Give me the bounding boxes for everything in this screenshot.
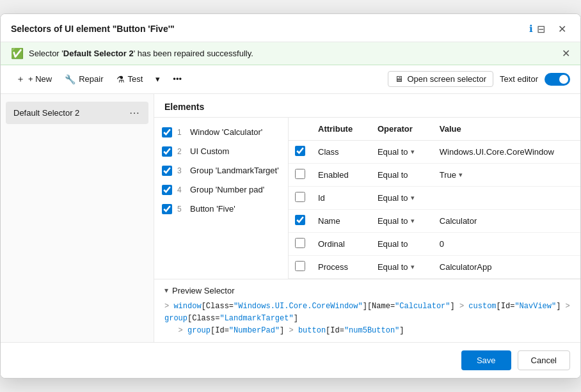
attr-value-class: Windows.UI.Core.CoreWindow [431, 140, 580, 163]
minimize-button[interactable]: ⊟ [533, 22, 549, 36]
selector-item[interactable]: Default Selector 2 ⋯ [6, 102, 148, 124]
list-item[interactable]: 2 UI Custom [154, 142, 288, 161]
test-icon: ⚗ [116, 74, 125, 84]
attr-check-cell [289, 186, 309, 209]
attr-check-cell [289, 163, 309, 186]
banner-message: Selector 'Default Selector 2' has been r… [29, 49, 253, 58]
attr-checkbox-name[interactable] [295, 215, 305, 225]
attr-check-cell [289, 209, 309, 232]
element-checkbox-5[interactable] [162, 204, 172, 214]
title-bar: Selectors of UI element "Button 'Five'" … [1, 14, 580, 42]
operator-chevron-class[interactable]: ▾ [411, 148, 415, 156]
text-editor-label: Text editor [500, 74, 538, 84]
close-button[interactable]: ✕ [554, 22, 570, 36]
attr-col-attribute: Attribute [309, 118, 369, 141]
element-number: 3 [177, 166, 185, 175]
attr-checkbox-process[interactable] [295, 261, 305, 271]
attr-value-id [431, 186, 580, 209]
attr-checkbox-enabled[interactable] [295, 169, 305, 179]
list-item[interactable]: 5 Button 'Five' [154, 200, 288, 219]
dialog: Selectors of UI element "Button 'Five'" … [0, 13, 581, 379]
attr-col-check [289, 118, 309, 141]
attr-operator-enabled: Equal to [369, 163, 431, 186]
attr-check-cell [289, 232, 309, 255]
element-label: Button 'Five' [190, 204, 235, 214]
operator-chevron-process[interactable]: ▾ [411, 263, 415, 271]
element-checkbox-3[interactable] [162, 166, 172, 176]
attr-name-enabled: Enabled [309, 163, 369, 186]
table-row: Id Equal to ▾ [289, 186, 580, 209]
dropdown-button[interactable]: ▾ [150, 71, 165, 87]
elements-header: Elements [154, 94, 580, 118]
element-label: Group 'Number pad' [190, 185, 264, 194]
attr-checkbox-class[interactable] [295, 146, 305, 156]
banner-close-button[interactable]: ✕ [562, 47, 570, 59]
table-row: Name Equal to ▾ Calculator [289, 209, 580, 232]
cancel-button[interactable]: Cancel [518, 350, 570, 370]
operator-chevron-name[interactable]: ▾ [411, 217, 415, 225]
preview-line-2: > group[Id="NumberPad"] > button[Id="num… [164, 325, 570, 337]
more-options-button[interactable]: ••• [168, 71, 187, 87]
table-row: Process Equal to ▾ CalculatorApp [289, 255, 580, 278]
open-screen-label: Open screen selector [407, 74, 486, 84]
attr-operator-id: Equal to ▾ [369, 186, 431, 209]
toolbar-right: 🖥 Open screen selector Text editor [388, 71, 570, 87]
selectors-panel: Default Selector 2 ⋯ [1, 94, 154, 343]
success-banner: ✅ Selector 'Default Selector 2' has been… [1, 42, 580, 65]
new-label: + New [28, 74, 52, 84]
text-editor-toggle[interactable] [545, 73, 570, 86]
plus-icon: ＋ [16, 74, 25, 85]
preview-header[interactable]: ▾ Preview Selector [164, 286, 570, 295]
elements-panel: Elements 1 Window 'Calculator' 2 UI Cust… [154, 94, 580, 343]
list-item[interactable]: 3 Group 'LandmarkTarget' [154, 161, 288, 180]
more-label: ••• [173, 74, 182, 84]
preview-label: Preview Selector [172, 286, 235, 295]
new-button[interactable]: ＋ + New [11, 70, 57, 88]
attributes-panel: Attribute Operator Value Cla [289, 118, 580, 279]
test-button[interactable]: ⚗ Test [111, 71, 148, 88]
attr-checkbox-ordinal[interactable] [295, 238, 305, 248]
attr-check-cell [289, 255, 309, 278]
operator-chevron-id[interactable]: ▾ [411, 194, 415, 202]
title-controls: ⊟ ✕ [533, 22, 570, 36]
element-number: 5 [177, 205, 185, 214]
attr-name-ordinal: Ordinal [309, 232, 369, 255]
repair-label: Repair [79, 74, 103, 84]
elements-list: 1 Window 'Calculator' 2 UI Custom 3 Grou… [154, 118, 289, 279]
footer: Save Cancel [1, 342, 580, 378]
open-screen-button[interactable]: 🖥 Open screen selector [388, 71, 493, 87]
preview-line-1: > window[Class="Windows.UI.Core.CoreWind… [164, 301, 570, 325]
preview-code: > window[Class="Windows.UI.Core.CoreWind… [164, 301, 570, 338]
element-label: UI Custom [190, 146, 229, 156]
repair-icon: 🔧 [65, 74, 76, 84]
value-chevron-enabled[interactable]: ▾ [459, 171, 463, 179]
attr-value-name: Calculator [431, 209, 580, 232]
attr-name-name: Name [309, 209, 369, 232]
table-row: Enabled Equal to True ▾ [289, 163, 580, 186]
element-label: Group 'LandmarkTarget' [190, 166, 279, 175]
table-row: Ordinal Equal to 0 [289, 232, 580, 255]
attr-col-operator: Operator [369, 118, 431, 141]
element-checkbox-4[interactable] [162, 185, 172, 195]
attr-operator-process: Equal to ▾ [369, 255, 431, 278]
elements-body: 1 Window 'Calculator' 2 UI Custom 3 Grou… [154, 118, 580, 279]
repair-button[interactable]: 🔧 Repair [60, 71, 108, 88]
attr-value-ordinal: 0 [431, 232, 580, 255]
element-checkbox-1[interactable] [162, 127, 172, 137]
element-number: 2 [177, 147, 185, 156]
selector-item-label: Default Selector 2 [13, 108, 79, 118]
attr-name-id: Id [309, 186, 369, 209]
toolbar: ＋ + New 🔧 Repair ⚗ Test ▾ ••• 🖥 Open scr… [1, 65, 580, 94]
test-label: Test [128, 74, 143, 84]
attr-checkbox-id[interactable] [295, 192, 305, 202]
attr-operator-ordinal: Equal to [369, 232, 431, 255]
save-button[interactable]: Save [461, 350, 511, 370]
attr-operator-class: Equal to ▾ [369, 140, 431, 163]
element-checkbox-2[interactable] [162, 146, 172, 157]
list-item[interactable]: 1 Window 'Calculator' [154, 123, 288, 142]
list-item[interactable]: 4 Group 'Number pad' [154, 180, 288, 200]
attr-name-process: Process [309, 255, 369, 278]
selector-menu-button[interactable]: ⋯ [128, 107, 141, 119]
element-number: 4 [177, 185, 185, 194]
attributes-table: Attribute Operator Value Cla [289, 118, 580, 279]
